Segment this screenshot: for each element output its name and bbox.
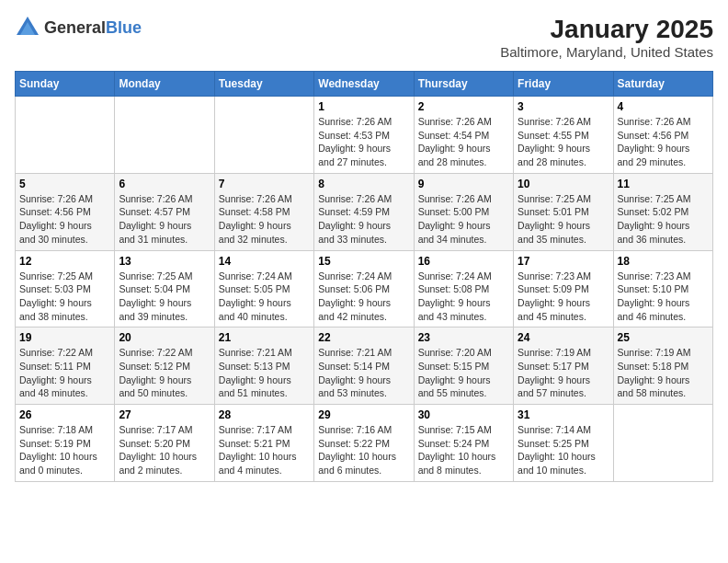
calendar-cell: 28Sunrise: 7:17 AM Sunset: 5:21 PM Dayli… <box>214 405 313 482</box>
day-number: 19 <box>19 331 110 344</box>
day-number: 30 <box>418 408 509 421</box>
calendar-cell: 18Sunrise: 7:23 AM Sunset: 5:10 PM Dayli… <box>613 250 712 327</box>
header-cell-sunday: Sunday <box>16 72 115 97</box>
calendar-cell <box>613 405 712 482</box>
day-number: 5 <box>19 178 110 190</box>
day-detail: Sunrise: 7:24 AM Sunset: 5:06 PM Dayligh… <box>318 270 409 324</box>
day-number: 25 <box>618 331 709 344</box>
day-detail: Sunrise: 7:14 AM Sunset: 5:25 PM Dayligh… <box>518 423 609 477</box>
calendar-cell: 26Sunrise: 7:18 AM Sunset: 5:19 PM Dayli… <box>16 405 115 482</box>
calendar-cell: 7Sunrise: 7:26 AM Sunset: 4:58 PM Daylig… <box>214 173 313 250</box>
day-number: 20 <box>119 331 210 344</box>
calendar-cell <box>115 97 214 174</box>
day-number: 24 <box>518 331 609 344</box>
week-row-1: 1Sunrise: 7:26 AM Sunset: 4:53 PM Daylig… <box>16 97 713 174</box>
logo: GeneralBlue <box>15 15 142 40</box>
day-detail: Sunrise: 7:25 AM Sunset: 5:02 PM Dayligh… <box>618 192 709 247</box>
week-row-2: 5Sunrise: 7:26 AM Sunset: 4:56 PM Daylig… <box>16 173 713 250</box>
day-number: 16 <box>418 255 509 268</box>
day-number: 31 <box>518 408 609 421</box>
day-detail: Sunrise: 7:25 AM Sunset: 5:03 PM Dayligh… <box>19 270 110 324</box>
day-number: 3 <box>518 100 609 113</box>
calendar-cell: 20Sunrise: 7:22 AM Sunset: 5:12 PM Dayli… <box>115 327 214 405</box>
header-cell-saturday: Saturday <box>613 72 712 97</box>
day-detail: Sunrise: 7:26 AM Sunset: 4:59 PM Dayligh… <box>318 192 409 247</box>
day-detail: Sunrise: 7:20 AM Sunset: 5:15 PM Dayligh… <box>418 346 509 400</box>
day-detail: Sunrise: 7:23 AM Sunset: 5:09 PM Dayligh… <box>518 270 609 324</box>
day-detail: Sunrise: 7:26 AM Sunset: 4:58 PM Dayligh… <box>219 192 310 247</box>
day-number: 21 <box>219 331 310 344</box>
day-number: 15 <box>318 255 409 268</box>
calendar-cell: 8Sunrise: 7:26 AM Sunset: 4:59 PM Daylig… <box>314 173 414 250</box>
header-cell-friday: Friday <box>514 72 613 97</box>
day-detail: Sunrise: 7:26 AM Sunset: 4:53 PM Dayligh… <box>318 115 409 169</box>
calendar-cell: 13Sunrise: 7:25 AM Sunset: 5:04 PM Dayli… <box>115 250 214 327</box>
day-number: 22 <box>318 331 409 344</box>
day-number: 8 <box>318 178 409 190</box>
calendar-cell: 19Sunrise: 7:22 AM Sunset: 5:11 PM Dayli… <box>16 327 115 405</box>
page-header: GeneralBlue January 2025 Baltimore, Mary… <box>15 15 713 60</box>
day-number: 13 <box>119 255 210 268</box>
day-number: 27 <box>119 408 210 421</box>
day-detail: Sunrise: 7:15 AM Sunset: 5:24 PM Dayligh… <box>418 423 509 477</box>
day-number: 26 <box>19 408 110 421</box>
day-detail: Sunrise: 7:17 AM Sunset: 5:20 PM Dayligh… <box>119 423 210 477</box>
day-number: 10 <box>518 178 609 190</box>
header-cell-thursday: Thursday <box>414 72 513 97</box>
day-detail: Sunrise: 7:24 AM Sunset: 5:05 PM Dayligh… <box>219 270 310 324</box>
day-detail: Sunrise: 7:21 AM Sunset: 5:14 PM Dayligh… <box>318 346 409 400</box>
day-detail: Sunrise: 7:22 AM Sunset: 5:12 PM Dayligh… <box>119 346 210 400</box>
calendar-cell: 29Sunrise: 7:16 AM Sunset: 5:22 PM Dayli… <box>314 405 414 482</box>
day-number: 29 <box>318 408 409 421</box>
day-detail: Sunrise: 7:26 AM Sunset: 5:00 PM Dayligh… <box>418 192 509 247</box>
calendar-cell: 12Sunrise: 7:25 AM Sunset: 5:03 PM Dayli… <box>16 250 115 327</box>
logo-icon <box>15 15 40 40</box>
week-row-4: 19Sunrise: 7:22 AM Sunset: 5:11 PM Dayli… <box>16 327 713 405</box>
header-cell-monday: Monday <box>115 72 214 97</box>
day-number: 6 <box>119 178 210 190</box>
calendar-subtitle: Baltimore, Maryland, United States <box>500 44 713 60</box>
day-detail: Sunrise: 7:19 AM Sunset: 5:17 PM Dayligh… <box>518 346 609 400</box>
calendar-cell: 4Sunrise: 7:26 AM Sunset: 4:56 PM Daylig… <box>613 97 712 174</box>
day-detail: Sunrise: 7:16 AM Sunset: 5:22 PM Dayligh… <box>318 423 409 477</box>
calendar-cell: 24Sunrise: 7:19 AM Sunset: 5:17 PM Dayli… <box>514 327 613 405</box>
calendar-cell: 27Sunrise: 7:17 AM Sunset: 5:20 PM Dayli… <box>115 405 214 482</box>
week-row-5: 26Sunrise: 7:18 AM Sunset: 5:19 PM Dayli… <box>16 405 713 482</box>
logo-general-text: General <box>44 18 106 37</box>
day-number: 23 <box>418 331 509 344</box>
day-number: 17 <box>518 255 609 268</box>
day-detail: Sunrise: 7:21 AM Sunset: 5:13 PM Dayligh… <box>219 346 310 400</box>
day-detail: Sunrise: 7:26 AM Sunset: 4:57 PM Dayligh… <box>119 192 210 247</box>
calendar-cell: 30Sunrise: 7:15 AM Sunset: 5:24 PM Dayli… <box>414 405 513 482</box>
day-detail: Sunrise: 7:26 AM Sunset: 4:55 PM Dayligh… <box>518 115 609 169</box>
calendar-cell: 22Sunrise: 7:21 AM Sunset: 5:14 PM Dayli… <box>314 327 414 405</box>
week-row-3: 12Sunrise: 7:25 AM Sunset: 5:03 PM Dayli… <box>16 250 713 327</box>
calendar-table: SundayMondayTuesdayWednesdayThursdayFrid… <box>15 71 713 482</box>
day-detail: Sunrise: 7:26 AM Sunset: 4:56 PM Dayligh… <box>618 115 709 169</box>
calendar-cell: 21Sunrise: 7:21 AM Sunset: 5:13 PM Dayli… <box>214 327 313 405</box>
calendar-cell: 25Sunrise: 7:19 AM Sunset: 5:18 PM Dayli… <box>613 327 712 405</box>
day-detail: Sunrise: 7:26 AM Sunset: 4:54 PM Dayligh… <box>418 115 509 169</box>
calendar-cell: 14Sunrise: 7:24 AM Sunset: 5:05 PM Dayli… <box>214 250 313 327</box>
day-detail: Sunrise: 7:19 AM Sunset: 5:18 PM Dayligh… <box>618 346 709 400</box>
calendar-body: 1Sunrise: 7:26 AM Sunset: 4:53 PM Daylig… <box>16 97 713 482</box>
day-number: 28 <box>219 408 310 421</box>
calendar-cell <box>214 97 313 174</box>
day-detail: Sunrise: 7:18 AM Sunset: 5:19 PM Dayligh… <box>19 423 110 477</box>
calendar-cell: 31Sunrise: 7:14 AM Sunset: 5:25 PM Dayli… <box>514 405 613 482</box>
calendar-cell: 10Sunrise: 7:25 AM Sunset: 5:01 PM Dayli… <box>514 173 613 250</box>
day-number: 12 <box>19 255 110 268</box>
day-number: 7 <box>219 178 310 190</box>
day-detail: Sunrise: 7:17 AM Sunset: 5:21 PM Dayligh… <box>219 423 310 477</box>
calendar-cell: 2Sunrise: 7:26 AM Sunset: 4:54 PM Daylig… <box>414 97 513 174</box>
calendar-cell: 6Sunrise: 7:26 AM Sunset: 4:57 PM Daylig… <box>115 173 214 250</box>
calendar-cell: 1Sunrise: 7:26 AM Sunset: 4:53 PM Daylig… <box>314 97 414 174</box>
calendar-cell: 9Sunrise: 7:26 AM Sunset: 5:00 PM Daylig… <box>414 173 513 250</box>
day-detail: Sunrise: 7:26 AM Sunset: 4:56 PM Dayligh… <box>19 192 110 247</box>
day-number: 4 <box>618 100 709 113</box>
day-detail: Sunrise: 7:24 AM Sunset: 5:08 PM Dayligh… <box>418 270 509 324</box>
calendar-cell: 23Sunrise: 7:20 AM Sunset: 5:15 PM Dayli… <box>414 327 513 405</box>
calendar-title: January 2025 <box>500 15 713 44</box>
logo-blue-text: Blue <box>106 18 142 37</box>
day-number: 14 <box>219 255 310 268</box>
